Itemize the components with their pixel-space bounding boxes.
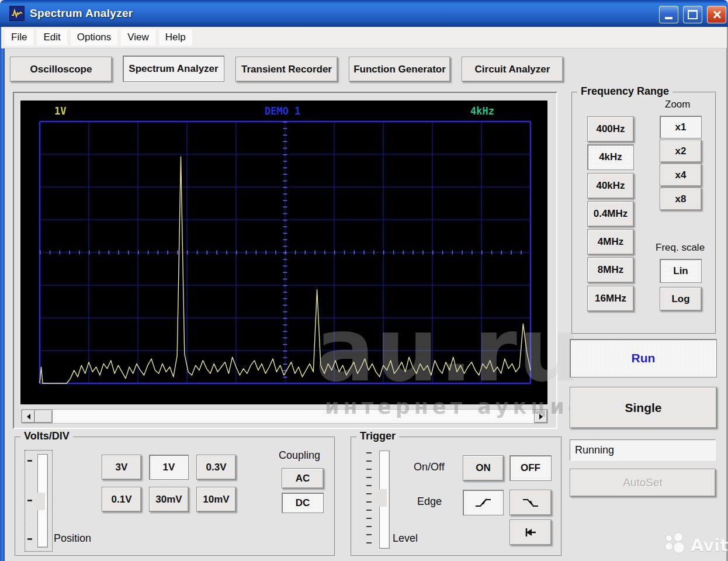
minimize-icon — [665, 17, 672, 19]
trigger-off-button[interactable]: OFF — [509, 455, 552, 481]
app-window: Spectrum Analyzer File Edit Options View… — [0, 0, 728, 561]
trigger-on-button[interactable]: ON — [463, 455, 504, 481]
position-slider-thumb[interactable] — [33, 493, 45, 510]
avito-logo-dot-4 — [674, 542, 684, 553]
frequency-range-readout: 4kHz — [470, 105, 494, 117]
level-slider-thumb[interactable] — [375, 489, 387, 507]
avito-text: Avito — [691, 535, 728, 555]
arrow-left-icon — [27, 414, 30, 420]
tab-spectrum-analyzer[interactable]: Spectrum Analyzer — [123, 56, 224, 82]
maximize-icon — [688, 10, 698, 19]
freq-scale-title: Freq. scale — [656, 242, 705, 254]
scroll-left-button[interactable] — [22, 410, 35, 423]
range-4mhz-button[interactable]: 4MHz — [587, 229, 634, 255]
trigger-falling-edge-button[interactable] — [509, 490, 552, 515]
zoom-x4-button[interactable]: x4 — [660, 164, 702, 186]
scrollbar-thumb[interactable] — [34, 410, 53, 423]
menu-options[interactable]: Options — [71, 29, 118, 46]
range-16mhz-button[interactable]: 16MHz — [587, 286, 634, 311]
coupling-title: Coupling — [279, 449, 320, 462]
trigger-onoff-label: On/Off — [414, 461, 445, 473]
range-40khz-button[interactable]: 40kHz — [587, 173, 634, 199]
voltsdiv-3v-button[interactable]: 3V — [102, 455, 141, 480]
watermark-brand: Avito — [665, 532, 728, 557]
volts-div-group: Volts/DIV Position 3V 1V 0.3V 0.1V 30mV … — [15, 437, 335, 556]
coupling-dc-button[interactable]: DC — [282, 493, 324, 513]
range-04mhz-button[interactable]: 0.4MHz — [587, 201, 634, 227]
minimize-button[interactable] — [659, 6, 678, 23]
freq-scale-lin-button[interactable]: Lin — [660, 259, 702, 283]
status-field: Running — [570, 439, 716, 460]
avito-logo-dot-1 — [666, 535, 672, 541]
voltsdiv-10mv-button[interactable]: 10mV — [196, 487, 236, 512]
run-button[interactable]: Run — [570, 339, 717, 378]
range-400hz-button[interactable]: 400Hz — [587, 116, 634, 142]
title-bar[interactable]: Spectrum Analyzer — [0, 0, 728, 27]
voltsdiv-30mv-button[interactable]: 30mV — [149, 487, 189, 512]
zoom-title: Zoom — [665, 99, 690, 110]
trigger-rising-edge-button[interactable] — [463, 490, 504, 515]
tab-oscilloscope[interactable]: Oscilloscope — [10, 57, 112, 82]
maximize-button[interactable] — [683, 6, 702, 23]
trigger-group: Trigger Level On/Off ON OFF Edge — [351, 437, 562, 556]
level-slider-ticks — [366, 452, 372, 547]
zoom-x1-button[interactable]: x1 — [660, 116, 702, 138]
range-4khz-button[interactable]: 4kHz — [587, 144, 634, 170]
close-button[interactable] — [707, 6, 726, 23]
menu-help[interactable]: Help — [159, 29, 192, 46]
level-label: Level — [393, 532, 418, 545]
falling-edge-icon — [522, 496, 539, 509]
zoom-x2-button[interactable]: x2 — [660, 140, 702, 162]
scope-title: DEMO 1 — [265, 105, 300, 117]
window-title: Spectrum Analyzer — [30, 7, 133, 20]
voltsdiv-1v-button[interactable]: 1V — [149, 455, 189, 480]
trigger-edge-label: Edge — [417, 496, 442, 508]
display-panel: 1V DEMO 1 4kHz au.ru — [13, 92, 557, 429]
zoom-x8-button[interactable]: x8 — [660, 188, 702, 210]
range-8mhz-button[interactable]: 8MHz — [587, 257, 634, 283]
app-icon — [9, 6, 25, 21]
coupling-ac-button[interactable]: AC — [282, 468, 324, 489]
slider-tick-top — [27, 460, 32, 462]
trigger-reset-button[interactable] — [509, 520, 552, 545]
scope-display: 1V DEMO 1 4kHz au.ru — [20, 101, 547, 404]
volts-div-title: Volts/DIV — [20, 430, 73, 442]
menu-edit[interactable]: Edit — [37, 29, 67, 46]
tab-transient-recorder[interactable]: Transient Recorder — [235, 57, 338, 82]
waveform-icon — [11, 9, 23, 18]
close-icon — [712, 10, 722, 19]
slider-tick-mid — [27, 500, 32, 501]
reset-to-start-icon — [524, 527, 538, 538]
window-left-border — [0, 27, 5, 561]
watermark-site: au.ru — [316, 306, 582, 394]
freq-scale-log-button[interactable]: Log — [660, 287, 702, 311]
menu-bar: File Edit Options View Help — [1, 27, 727, 49]
menu-file[interactable]: File — [5, 29, 33, 46]
autoset-button[interactable]: AutoSet — [570, 469, 716, 497]
voltsdiv-03v-button[interactable]: 0.3V — [196, 455, 236, 480]
single-button[interactable]: Single — [570, 387, 717, 428]
volts-per-div-readout: 1V — [54, 105, 66, 117]
position-slider[interactable] — [25, 450, 53, 552]
frequency-range-group: Frequency Range 400Hz 4kHz 40kHz 0.4MHz … — [571, 92, 716, 334]
frequency-range-title: Frequency Range — [577, 85, 672, 98]
tab-circuit-analyzer[interactable]: Circuit Analyzer — [462, 57, 563, 82]
voltsdiv-01v-button[interactable]: 0.1V — [102, 487, 141, 512]
trigger-title: Trigger — [356, 430, 399, 442]
avito-logo-dot-2 — [674, 533, 682, 541]
avito-logo-dot-3 — [665, 543, 672, 550]
watermark-subtitle: интернет аукцион — [325, 395, 605, 418]
slider-tick-bottom — [27, 538, 32, 540]
menu-view[interactable]: View — [121, 29, 155, 46]
tab-function-generator[interactable]: Function Generator — [349, 57, 450, 82]
position-label: Position — [54, 532, 91, 545]
rising-edge-icon — [474, 496, 492, 509]
